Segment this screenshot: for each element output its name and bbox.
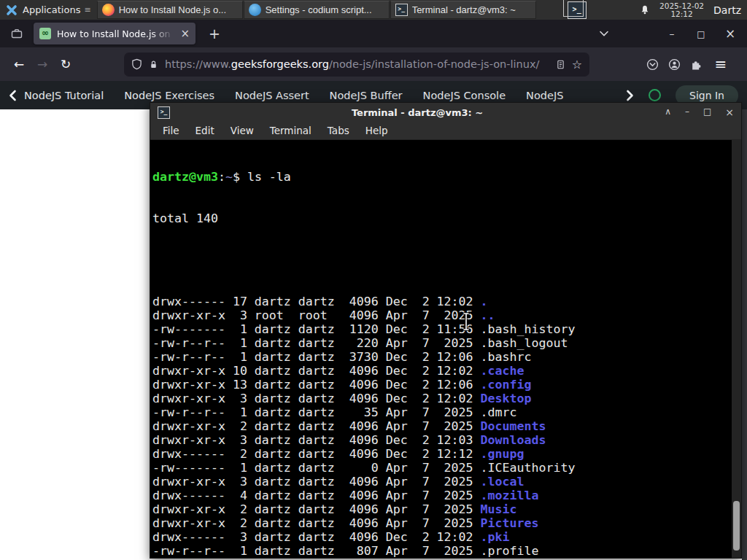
- ls-row: drwxr-xr-x 3 dartz dartz 4096 Dec 2 12:0…: [152, 392, 731, 405]
- account-icon[interactable]: [668, 58, 681, 71]
- tab-close-icon[interactable]: [180, 28, 190, 39]
- terminal-icon: >_: [395, 4, 408, 16]
- total-line: total 140: [152, 211, 731, 225]
- browser-tab[interactable]: How to Install Node.js on: [34, 23, 196, 44]
- terminal-maximize-button[interactable]: [703, 106, 711, 118]
- ls-row: drwxr-xr-x 10 dartz dartz 4096 Dec 2 12:…: [152, 364, 731, 378]
- reader-mode-icon[interactable]: [556, 59, 565, 70]
- tab-title: How to Install Node.js on: [57, 28, 174, 39]
- terminal-menu-item[interactable]: Terminal: [262, 125, 320, 136]
- ls-row: -rw-r--r-- 1 dartz dartz 807 Apr 7 2025 …: [152, 544, 731, 558]
- geeksforgeeks-favicon: [39, 28, 51, 39]
- terminal-output: dartz@vm3:~$ ls -la total 140 drwx------…: [150, 140, 741, 558]
- notification-bell-icon[interactable]: [640, 4, 650, 15]
- nav-scroll-left-icon[interactable]: [9, 90, 17, 101]
- ls-row: drwxr-xr-x 2 dartz dartz 4096 Apr 7 2025…: [152, 419, 731, 433]
- tracking-shield-icon[interactable]: [131, 58, 142, 70]
- ls-row: drwx------ 2 dartz dartz 4096 Dec 2 12:1…: [152, 447, 731, 461]
- terminal-menu-item[interactable]: Edit: [187, 125, 222, 136]
- forward-button[interactable]: [31, 52, 54, 76]
- panel-status-area: 2025-12-02 12:12 Dartz: [640, 2, 747, 18]
- ls-row: -rw-r--r-- 1 dartz dartz 220 Apr 7 2025 …: [152, 336, 731, 350]
- ls-row: drwxr-xr-x 3 dartz dartz 4096 Apr 7 2025…: [152, 475, 731, 489]
- ls-row: drwx------ 17 dartz dartz 4096 Dec 2 12:…: [152, 295, 731, 308]
- terminal-menu-item[interactable]: Help: [357, 125, 396, 136]
- terminal-close-button[interactable]: [725, 106, 734, 118]
- site-nav-links: NodeJS TutorialNodeJS ExercisesNodeJS As…: [24, 90, 565, 101]
- clock-time: 12:12: [659, 10, 704, 18]
- ls-row: -rw------- 1 dartz dartz 1120 Dec 2 11:5…: [152, 322, 731, 336]
- url-scheme: https://www.: [165, 58, 231, 70]
- clock[interactable]: 2025-12-02 12:12: [659, 2, 704, 18]
- hamburger-menu-icon[interactable]: [712, 55, 729, 73]
- taskbar-button-terminal[interactable]: >_ Terminal - dartz@vm3: ~: [390, 1, 536, 19]
- terminal-window-icon: >_: [158, 106, 170, 119]
- ls-row: drwxr-xr-x 13 dartz dartz 4096 Dec 2 12:…: [152, 378, 731, 392]
- xubuntu-logo-icon: [6, 4, 18, 16]
- reload-button[interactable]: [54, 52, 77, 76]
- site-nav-link[interactable]: NodeJS Crypto: [526, 90, 565, 101]
- terminal-screen[interactable]: dartz@vm3:~$ ls -la total 140 drwx------…: [150, 140, 741, 558]
- tray-terminal-icon[interactable]: >_: [568, 1, 587, 19]
- terminal-menu-item[interactable]: View: [222, 125, 262, 136]
- address-bar[interactable]: https://www.geeksforgeeks.org/node-js/in…: [124, 52, 589, 77]
- ls-row: drwxr-xr-x 3 root root 4096 Apr 7 2025 .…: [152, 308, 731, 322]
- terminal-title-bar[interactable]: >_ Terminal - dartz@vm3: ~: [150, 103, 741, 122]
- prompt-user-host: dartz@vm3: [152, 170, 218, 184]
- firefox-tab-bar: How to Install Node.js on: [0, 20, 747, 47]
- nav-scroll-right-icon[interactable]: [626, 90, 634, 101]
- tabbar-controls: [600, 26, 741, 41]
- ls-row: drwx------ 3 dartz dartz 4096 Dec 2 12:0…: [152, 530, 731, 544]
- url-path: /node-js/installation-of-node-js-on-linu…: [329, 58, 539, 70]
- ls-row: drwxr-xr-x 2 dartz dartz 4096 Apr 7 2025…: [152, 502, 731, 516]
- terminal-minimize-button[interactable]: [685, 106, 689, 118]
- window-close-button[interactable]: [719, 26, 741, 41]
- search-icon[interactable]: [649, 89, 661, 101]
- taskbar-button-vscodium[interactable]: Settings - codium script...: [244, 1, 390, 19]
- ls-row: -rw-r--r-- 1 dartz dartz 3730 Dec 2 12:0…: [152, 350, 731, 364]
- prompt-separator: :: [218, 170, 225, 184]
- ls-row: drwxr-xr-x 2 dartz dartz 4096 Apr 7 2025…: [152, 516, 731, 530]
- page-scrollbar[interactable]: [742, 109, 747, 560]
- user-menu[interactable]: Dartz: [713, 4, 741, 16]
- ls-row: -rw-r--r-- 1 dartz dartz 35 Apr 7 2025 .…: [152, 405, 731, 419]
- site-nav-link[interactable]: NodeJS Assert: [235, 90, 309, 101]
- firefox-view-button[interactable]: [6, 23, 28, 44]
- site-nav-link[interactable]: NodeJS Console: [423, 90, 506, 101]
- desktop: Applications ≡ How to Install Node.js o.…: [0, 0, 747, 560]
- terminal-scrollbar-track[interactable]: [732, 140, 741, 558]
- toolbar-right-icons: [646, 55, 729, 73]
- clock-date: 2025-12-02: [659, 2, 704, 10]
- window-maximize-button[interactable]: [690, 28, 712, 39]
- ls-listing: drwx------ 17 dartz dartz 4096 Dec 2 12:…: [152, 253, 731, 558]
- prompt-command: $ ls -la: [233, 170, 291, 184]
- firefox-icon: [102, 4, 115, 16]
- ls-row: drwxr-xr-x 3 dartz dartz 4096 Dec 2 12:0…: [152, 433, 731, 447]
- site-nav-link[interactable]: NodeJS Buffer: [330, 90, 403, 101]
- pocket-icon[interactable]: [646, 58, 659, 71]
- taskbar-button-firefox[interactable]: How to Install Node.js o...: [97, 1, 243, 19]
- prompt-path: ~: [225, 170, 233, 184]
- new-tab-button[interactable]: [204, 26, 225, 42]
- back-button[interactable]: [7, 52, 31, 76]
- ls-row: drwx------ 4 dartz dartz 4096 Apr 7 2025…: [152, 489, 731, 502]
- lock-icon[interactable]: [149, 59, 158, 70]
- terminal-window: >_ Terminal - dartz@vm3: ~ FileEditViewT…: [150, 102, 742, 559]
- top-panel: Applications ≡ How to Install Node.js o.…: [0, 0, 747, 20]
- list-all-tabs-icon[interactable]: [600, 31, 619, 36]
- terminal-menu-bar: FileEditViewTerminalTabsHelp: [150, 122, 741, 140]
- prompt-line: dartz@vm3:~$ ls -la: [152, 170, 731, 184]
- vscodium-icon: [249, 4, 261, 16]
- site-nav-link[interactable]: NodeJS Exercises: [124, 90, 214, 101]
- bookmark-star-icon[interactable]: [572, 58, 582, 71]
- terminal-shade-button[interactable]: [665, 106, 671, 118]
- applications-label: Applications: [23, 4, 80, 15]
- extensions-puzzle-icon[interactable]: [690, 58, 703, 71]
- terminal-window-title: Terminal - dartz@vm3: ~: [170, 107, 665, 118]
- terminal-scrollbar-thumb[interactable]: [733, 501, 740, 551]
- terminal-menu-item[interactable]: Tabs: [320, 125, 357, 136]
- terminal-menu-item[interactable]: File: [155, 125, 187, 136]
- window-minimize-button[interactable]: [661, 28, 683, 39]
- applications-menu-button[interactable]: Applications ≡: [0, 0, 97, 20]
- site-nav-link[interactable]: NodeJS Tutorial: [24, 90, 104, 101]
